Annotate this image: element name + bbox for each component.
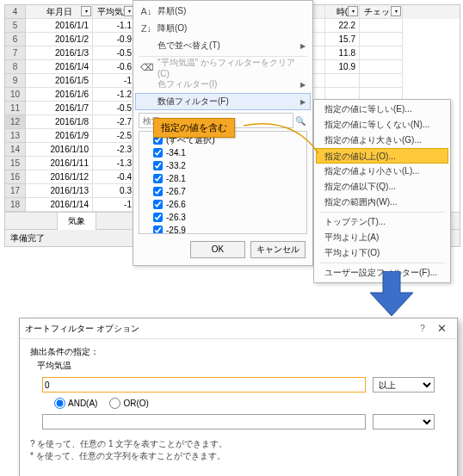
col-header[interactable]: 平均気温▾ <box>93 5 136 19</box>
checkbox[interactable] <box>153 226 163 234</box>
cell[interactable]: 2016/1/7 <box>26 102 93 115</box>
sort-desc[interactable]: Z↓降順(O) <box>135 20 311 37</box>
cell[interactable]: -2.3 <box>93 143 136 157</box>
cell[interactable] <box>360 46 403 60</box>
checkbox[interactable] <box>153 187 163 196</box>
row-number[interactable]: 6 <box>5 33 26 46</box>
cell[interactable]: 0.3 <box>93 184 136 198</box>
cell[interactable]: -0.5 <box>93 46 136 60</box>
cell[interactable]: -0.5 <box>93 102 136 115</box>
cell[interactable] <box>325 74 360 88</box>
row-number[interactable]: 17 <box>5 184 26 198</box>
cell[interactable]: 2016/1/13 <box>26 184 93 198</box>
filter-topten[interactable]: トップテン(T)... <box>316 214 448 230</box>
col-header[interactable]: チェック▾ <box>360 5 403 19</box>
value-item[interactable]: -26.6 <box>141 198 305 211</box>
row-number[interactable]: 13 <box>5 129 26 143</box>
checkbox[interactable] <box>153 174 163 183</box>
tab-sheet[interactable]: 気象 <box>57 212 96 230</box>
cell[interactable]: -1.1 <box>93 19 136 33</box>
cell[interactable] <box>360 60 403 74</box>
filter-equals[interactable]: 指定の値に等しい(E)... <box>316 102 448 117</box>
close-button[interactable]: ✕ <box>431 322 452 335</box>
operator-2-select[interactable] <box>373 414 435 430</box>
cell[interactable]: -2.5 <box>93 129 136 143</box>
col-header[interactable]: 年月日▾ <box>26 5 93 19</box>
cell[interactable]: 10.9 <box>325 60 360 74</box>
cell[interactable]: 11.8 <box>325 46 360 60</box>
row-number: 4 <box>5 5 26 19</box>
value-item[interactable]: -28.1 <box>141 172 305 185</box>
cell[interactable]: -1.3 <box>93 157 136 170</box>
filter-lt[interactable]: 指定の値より小さい(L)... <box>316 164 448 179</box>
cell[interactable]: -1 <box>93 74 136 88</box>
cell[interactable]: 2016/1/3 <box>26 46 93 60</box>
filter-lte[interactable]: 指定の値以下(Q)... <box>316 179 448 195</box>
cell[interactable]: -0.6 <box>93 60 136 74</box>
cell[interactable]: 2016/1/5 <box>26 74 93 88</box>
cell[interactable]: -1 <box>93 198 136 212</box>
ok-button[interactable]: OK <box>190 241 245 258</box>
value-item[interactable]: -34.1 <box>141 146 305 159</box>
row-number[interactable]: 15 <box>5 157 26 170</box>
cell[interactable]: 2016/1/6 <box>26 88 93 102</box>
filter-between[interactable]: 指定の範囲内(W)... <box>316 195 448 210</box>
cell[interactable]: -2.7 <box>93 115 136 129</box>
cell[interactable]: 2016/1/8 <box>26 115 93 129</box>
value-item[interactable]: -33.2 <box>141 159 305 172</box>
checkbox[interactable] <box>153 161 163 170</box>
filter-gt[interactable]: 指定の値より大きい(G)... <box>316 133 448 148</box>
row-number[interactable]: 18 <box>5 198 26 212</box>
cell[interactable] <box>360 19 403 33</box>
cell[interactable]: -0.9 <box>93 33 136 46</box>
cell[interactable]: -1.2 <box>93 88 136 102</box>
cell[interactable]: 2016/1/2 <box>26 33 93 46</box>
number-filter[interactable]: 数値フィルター(F)▶ <box>135 93 311 110</box>
cell[interactable] <box>360 74 403 88</box>
value-item[interactable]: -26.7 <box>141 185 305 198</box>
and-radio[interactable]: AND(A) <box>54 398 97 409</box>
row-number[interactable]: 10 <box>5 88 26 102</box>
filter-not-equals[interactable]: 指定の値に等しくない(N)... <box>316 117 448 133</box>
value-list[interactable]: (すべて選択)-34.1-33.2-28.1-26.7-26.6-26.3-25… <box>139 131 307 234</box>
cell[interactable]: 2016/1/11 <box>26 157 93 170</box>
value-item[interactable]: -26.3 <box>141 211 305 224</box>
help-button[interactable]: ? <box>414 324 431 333</box>
row-number[interactable]: 14 <box>5 143 26 157</box>
col-header[interactable]: 時(▾ <box>325 5 360 19</box>
row-number[interactable]: 11 <box>5 102 26 115</box>
operator-1-select[interactable]: 以上 <box>373 377 435 393</box>
cell[interactable]: 2016/1/4 <box>26 60 93 74</box>
cell[interactable]: 2016/1/10 <box>26 143 93 157</box>
value-item[interactable]: -25.9 <box>141 224 305 234</box>
checkbox[interactable] <box>153 213 163 222</box>
cell[interactable]: -0.4 <box>93 170 136 184</box>
row-number[interactable]: 12 <box>5 115 26 129</box>
row-number[interactable]: 9 <box>5 74 26 88</box>
cell[interactable]: 2016/1/9 <box>26 129 93 143</box>
row-number[interactable]: 8 <box>5 60 26 74</box>
filter-gte[interactable]: 指定の値以上(O)... <box>316 148 448 164</box>
cell[interactable] <box>360 33 403 46</box>
sort-asc[interactable]: A↓昇順(S) <box>135 3 311 20</box>
cell[interactable]: 2016/1/12 <box>26 170 93 184</box>
row-number[interactable]: 16 <box>5 170 26 184</box>
row-number[interactable]: 7 <box>5 46 26 60</box>
checkbox[interactable] <box>153 200 163 209</box>
filter-btn[interactable]: ▾ <box>348 6 358 16</box>
cancel-button[interactable]: キャンセル <box>250 241 306 258</box>
filter-btn[interactable]: ▾ <box>81 6 91 16</box>
cell[interactable]: 15.7 <box>325 33 360 46</box>
value-1-input[interactable] <box>42 377 366 393</box>
cell[interactable]: 22.2 <box>325 19 360 33</box>
filter-btn[interactable]: ▾ <box>391 6 401 16</box>
row-number[interactable]: 5 <box>5 19 26 33</box>
checkbox[interactable] <box>153 148 163 158</box>
cell[interactable]: 2016/1/1 <box>26 19 93 33</box>
or-radio[interactable]: OR(O) <box>109 398 148 409</box>
filter-above-avg[interactable]: 平均より上(A) <box>316 230 448 245</box>
sort-color[interactable]: 色で並べ替え(T)▶ <box>135 37 311 54</box>
cell[interactable]: 2016/1/14 <box>26 198 93 212</box>
value-2-input[interactable] <box>42 414 366 430</box>
filter-below-avg[interactable]: 平均より下(O) <box>316 245 448 261</box>
